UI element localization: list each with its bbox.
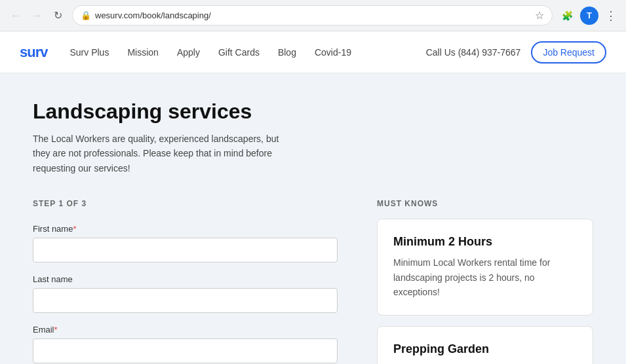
card-2-title: Prepping Garden — [393, 342, 577, 356]
extensions-icon[interactable]: 🧩 — [558, 7, 576, 25]
nav-right: Call Us (844) 937-7667 Job Request — [426, 41, 606, 64]
last-name-input[interactable] — [33, 288, 338, 313]
must-knows-label: MUST KNOWS — [377, 199, 593, 208]
forward-button[interactable]: → — [28, 7, 46, 25]
nav-covid[interactable]: Covid-19 — [315, 47, 351, 58]
nav-mission[interactable]: Mission — [127, 47, 158, 58]
required-star: * — [54, 325, 58, 335]
first-name-input[interactable] — [33, 238, 338, 263]
navbar: surv Surv Plus Mission Apply Gift Cards … — [0, 31, 626, 73]
site-logo[interactable]: surv — [20, 44, 47, 61]
card-1-description: Minimum Local Workers rental time for la… — [393, 255, 577, 299]
profile-avatar[interactable]: T — [580, 7, 598, 25]
browser-menu-icon[interactable]: ⋮ — [602, 7, 619, 24]
email-input[interactable] — [33, 338, 338, 363]
email-label: Email* — [33, 325, 338, 335]
must-knows-section: MUST KNOWS Minimum 2 Hours Minimum Local… — [377, 199, 593, 364]
first-name-label: First name* — [33, 224, 338, 234]
email-group: Email* — [33, 325, 338, 363]
nav-surv-plus[interactable]: Surv Plus — [69, 47, 109, 58]
nav-blog[interactable]: Blog — [278, 47, 296, 58]
page-description: The Local Workers are quality, experienc… — [33, 132, 282, 175]
phone-number: Call Us (844) 937-7667 — [426, 47, 521, 58]
page-content: Landscaping services The Local Workers a… — [0, 73, 626, 364]
browser-chrome: ← → ↻ 🔒 wesurv.com/book/landscaping/ ☆ 🧩… — [0, 0, 626, 31]
main-layout: STEP 1 OF 3 First name* Last name Email* — [33, 199, 593, 364]
page-title: Landscaping services — [33, 100, 593, 124]
bookmark-icon[interactable]: ☆ — [535, 9, 544, 22]
reload-button[interactable]: ↻ — [49, 7, 67, 25]
lock-icon: 🔒 — [81, 10, 91, 20]
step-label: STEP 1 OF 3 — [33, 199, 338, 208]
must-knows-card-1: Minimum 2 Hours Minimum Local Workers re… — [377, 219, 593, 316]
job-request-button[interactable]: Job Request — [531, 41, 606, 64]
browser-actions: 🧩 T ⋮ — [558, 7, 619, 25]
nav-apply[interactable]: Apply — [177, 47, 200, 58]
url-text: wesurv.com/book/landscaping/ — [95, 10, 531, 20]
nav-links: Surv Plus Mission Apply Gift Cards Blog … — [69, 47, 410, 58]
address-bar[interactable]: 🔒 wesurv.com/book/landscaping/ ☆ — [72, 5, 553, 26]
nav-gift-cards[interactable]: Gift Cards — [218, 47, 260, 58]
back-button[interactable]: ← — [7, 7, 25, 25]
card-1-title: Minimum 2 Hours — [393, 235, 577, 249]
form-section: STEP 1 OF 3 First name* Last name Email* — [33, 199, 338, 364]
browser-nav-buttons: ← → ↻ — [7, 7, 67, 25]
required-star: * — [73, 224, 76, 234]
first-name-group: First name* — [33, 224, 338, 263]
last-name-label: Last name — [33, 274, 338, 284]
must-knows-card-2: Prepping Garden Weeding, Edging, mulchin… — [377, 326, 593, 364]
last-name-group: Last name — [33, 274, 338, 313]
